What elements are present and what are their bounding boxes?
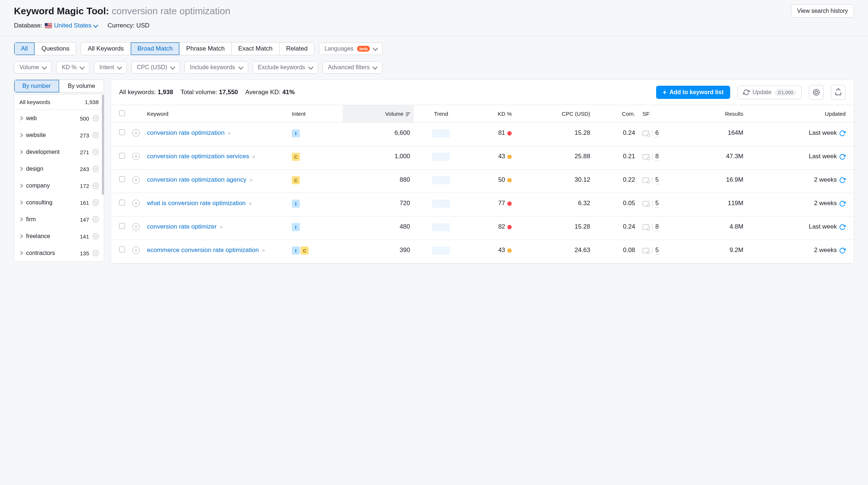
keyword-link[interactable]: conversion rate optimization agency [147, 176, 246, 183]
filter-include-keywords[interactable]: Include keywords [184, 61, 248, 74]
serp-icon[interactable] [643, 178, 649, 183]
open-icon[interactable]: » [262, 247, 265, 253]
refresh-row-button[interactable] [839, 223, 846, 230]
eye-icon[interactable] [93, 149, 99, 155]
eye-icon[interactable] [93, 166, 99, 172]
cell-com: 0.21 [594, 146, 639, 170]
open-icon[interactable]: » [252, 153, 255, 159]
serp-icon[interactable] [643, 225, 649, 230]
refresh-row-button[interactable] [839, 153, 846, 160]
sidebar-item-firm[interactable]: firm147 [14, 211, 104, 228]
serp-icon[interactable] [643, 201, 649, 206]
cell-kd: 77 [468, 193, 515, 216]
cell-results: 164M [691, 123, 747, 146]
keyword-link[interactable]: conversion rate optimization services [147, 153, 249, 160]
keyword-link[interactable]: conversion rate optimization [147, 129, 225, 136]
eye-icon[interactable] [93, 233, 99, 239]
filter-cpc-usd-[interactable]: CPC (USD) [131, 61, 180, 74]
select-all-checkbox[interactable] [119, 110, 125, 116]
expand-icon[interactable]: + [132, 223, 140, 230]
chevron-right-icon [19, 150, 23, 154]
filter-intent[interactable]: Intent [94, 61, 127, 74]
row-checkbox[interactable] [119, 129, 125, 135]
expand-icon[interactable]: + [132, 176, 140, 184]
keyword-link[interactable]: what is conversion rate optimization [147, 200, 246, 207]
sidebar-item-design[interactable]: design243 [14, 160, 104, 177]
filter-volume[interactable]: Volume [14, 61, 52, 74]
refresh-row-button[interactable] [839, 200, 846, 207]
sidebar-item-contractors[interactable]: contractors135 [14, 245, 104, 262]
sidebar-item-company[interactable]: company172 [14, 177, 104, 194]
expand-icon[interactable]: + [132, 247, 140, 254]
tab-exact-match[interactable]: Exact Match [232, 42, 280, 55]
open-icon[interactable]: » [250, 177, 253, 183]
col-updated[interactable]: Updated [747, 105, 854, 123]
sidebar-item-freelance[interactable]: freelance141 [14, 228, 104, 245]
sidebar-item-development[interactable]: development271 [14, 144, 104, 160]
currency-display: Currency: USD [108, 22, 150, 29]
serp-icon[interactable] [643, 131, 649, 136]
sort-by-volume[interactable]: By volume [59, 80, 104, 92]
filter-kd-[interactable]: KD % [56, 61, 89, 74]
sidebar-item-website[interactable]: website273 [14, 127, 104, 144]
sidebar-item-consulting[interactable]: consulting161 [14, 194, 104, 211]
tab-related[interactable]: Related [280, 42, 315, 55]
sort-by-number[interactable]: By number [14, 80, 59, 92]
languages-dropdown[interactable]: Languages beta [319, 42, 383, 55]
col-kd[interactable]: KD % [468, 105, 515, 123]
col-sf[interactable]: SF [639, 105, 691, 123]
filter-exclude-keywords[interactable]: Exclude keywords [253, 61, 318, 74]
cell-volume: 480 [343, 216, 413, 240]
tab-all-keywords[interactable]: All Keywords [81, 42, 130, 55]
col-results[interactable]: Results [691, 105, 747, 123]
col-keyword[interactable]: Keyword [143, 105, 288, 123]
cell-sf: 6 [655, 129, 659, 137]
row-checkbox[interactable] [119, 176, 125, 182]
row-checkbox[interactable] [119, 200, 125, 206]
eye-icon[interactable] [93, 183, 99, 189]
expand-icon[interactable]: + [132, 153, 140, 160]
chevron-down-icon [170, 64, 175, 69]
keyword-link[interactable]: conversion rate optimizer [147, 223, 217, 230]
eye-icon[interactable] [93, 216, 99, 222]
keyword-link[interactable]: ecommerce conversion rate optimization [147, 247, 259, 253]
tab-broad-match[interactable]: Broad Match [131, 42, 180, 55]
eye-icon[interactable] [93, 115, 99, 121]
eye-icon[interactable] [93, 200, 99, 206]
chevron-right-icon [19, 133, 23, 137]
expand-icon[interactable]: + [132, 129, 140, 137]
col-intent[interactable]: Intent [288, 105, 343, 123]
sidebar-item-web[interactable]: web500 [14, 110, 104, 127]
summary-avg-kd: Average KD: 41% [245, 89, 295, 96]
col-trend[interactable]: Trend [414, 105, 468, 123]
filter-advanced-filters[interactable]: Advanced filters [323, 61, 383, 74]
refresh-row-button[interactable] [839, 129, 846, 137]
tab-phrase-match[interactable]: Phrase Match [180, 42, 232, 55]
cell-sf: 5 [655, 176, 659, 184]
serp-icon[interactable] [643, 154, 649, 159]
cell-com: 0.05 [594, 193, 639, 216]
settings-button[interactable] [809, 85, 824, 100]
add-to-keyword-list-button[interactable]: + Add to keyword list [656, 86, 730, 99]
update-button[interactable]: Update 2/1,000 [738, 86, 802, 99]
tab-questions[interactable]: Questions [35, 42, 76, 55]
row-checkbox[interactable] [119, 247, 125, 252]
open-icon[interactable]: » [228, 130, 231, 136]
serp-icon[interactable] [643, 248, 649, 253]
row-checkbox[interactable] [119, 153, 125, 159]
col-cpc[interactable]: CPC (USD) [515, 105, 594, 123]
database-selector[interactable]: Database: United States [14, 22, 98, 29]
open-icon[interactable]: » [220, 224, 223, 230]
row-checkbox[interactable] [119, 223, 125, 229]
col-volume[interactable]: Volume [343, 105, 413, 123]
expand-icon[interactable]: + [132, 200, 140, 207]
refresh-row-button[interactable] [839, 176, 846, 184]
refresh-row-button[interactable] [839, 247, 846, 254]
tab-all[interactable]: All [14, 42, 35, 55]
export-button[interactable] [831, 85, 846, 100]
col-com[interactable]: Com. [594, 105, 639, 123]
eye-icon[interactable] [93, 132, 99, 138]
open-icon[interactable]: » [249, 200, 252, 206]
view-search-history-button[interactable]: View search history [791, 4, 854, 18]
eye-icon[interactable] [93, 250, 99, 256]
